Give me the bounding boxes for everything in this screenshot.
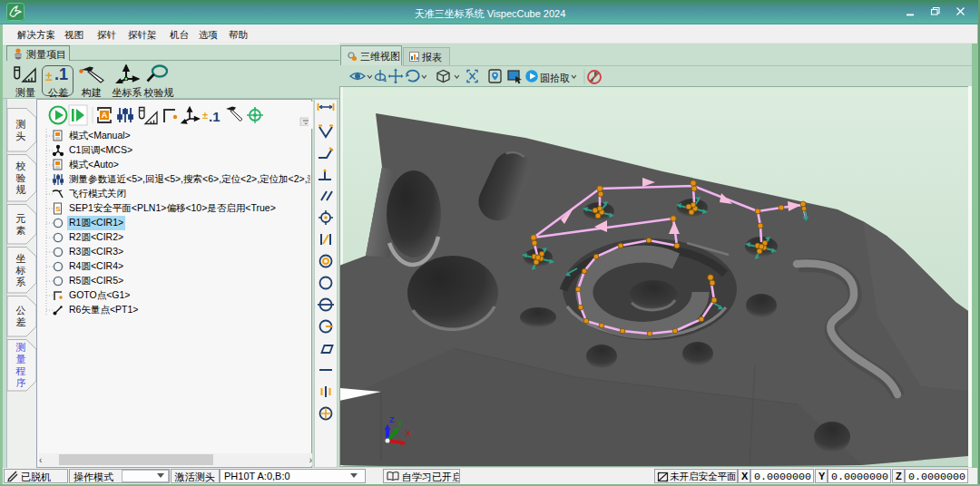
svg-text:坐: 坐 <box>16 253 26 264</box>
svg-text:Y: Y <box>397 419 403 428</box>
svg-text:A: A <box>102 111 108 120</box>
svg-text:序: 序 <box>16 377 26 388</box>
svg-text:元: 元 <box>16 213 26 224</box>
svg-text:规: 规 <box>16 184 26 195</box>
svg-text:S: S <box>55 205 61 213</box>
svg-text:测: 测 <box>16 119 26 130</box>
svg-text:差: 差 <box>16 316 26 327</box>
svg-text:程: 程 <box>15 365 26 376</box>
svg-text:X: X <box>406 429 411 438</box>
svg-text:Z: Z <box>389 415 395 424</box>
svg-text:素: 素 <box>16 225 26 236</box>
svg-text:±: ± <box>202 110 208 121</box>
svg-text:系: 系 <box>16 277 26 287</box>
svg-text:标: 标 <box>15 265 26 276</box>
svg-text:量: 量 <box>16 354 26 364</box>
svg-text:验: 验 <box>16 172 26 183</box>
svg-text:头: 头 <box>16 131 26 141</box>
svg-text:.1: .1 <box>209 109 220 124</box>
svg-text:公: 公 <box>16 305 26 316</box>
svg-text:校: 校 <box>15 160 26 171</box>
svg-text:测: 测 <box>16 342 26 353</box>
